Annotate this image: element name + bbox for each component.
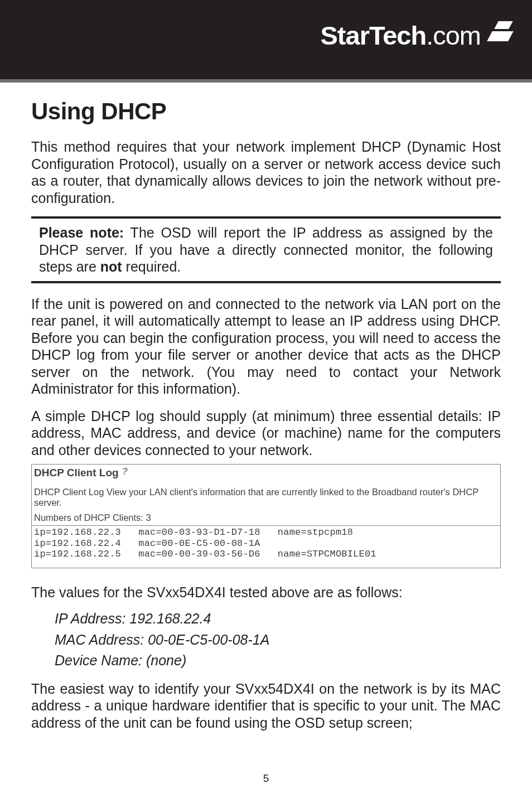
brand-right: .com [426,21,481,50]
help-icon [121,467,130,477]
log-description: DHCP Client Log View your LAN client's i… [32,482,500,511]
note-tail: required. [122,259,181,274]
log-row: ip=192.168.22.5 mac=00-00-39-03-56-D6 na… [34,549,498,560]
brand-logo: StarTech.com [321,22,511,60]
header-divider [0,79,532,83]
log-row: ip=192.168.22.3 mac=00-03-93-D1-D7-18 na… [34,527,498,538]
value-ip: IP Address: 192.168.22.4 [55,608,501,630]
log-row: ip=192.168.22.4 mac=00-0E-C5-00-08-1A [34,538,498,549]
intro-paragraph: This method requires that your network i… [31,138,501,206]
note-strong2: not [100,259,122,274]
paragraph-3: A simple DHCP log should supply (at mini… [31,408,501,459]
value-mac: MAC Address: 00-0E-C5-00-08-1A [55,630,501,651]
header-band: StarTech.com [0,0,532,83]
log-rows: ip=192.168.22.3 mac=00-03-93-D1-D7-18 na… [32,526,500,568]
log-title-row: DHCP Client Log [32,465,500,482]
section-title: Using DHCP [31,98,501,125]
note-lead: Please note: [39,225,124,240]
brand-text: StarTech.com [321,22,481,49]
log-title: DHCP Client Log [34,467,119,479]
paragraph-4: The values for the SVxx54DX4I tested abo… [31,584,501,601]
value-device-name: Device Name: (none) [55,650,501,671]
brand-left: StarTech [321,21,427,50]
example-values: IP Address: 192.168.22.4 MAC Address: 00… [31,608,501,671]
brand-mark-icon [484,21,511,43]
page-content: Using DHCP This method requires that you… [0,83,532,731]
dhcp-log-screenshot: DHCP Client Log DHCP Client Log View you… [31,464,501,568]
page-number: 5 [0,772,532,785]
paragraph-5: The easiest way to identify your SVxx54D… [31,680,501,732]
log-client-count: Numbers of DHCP Clients: 3 [32,511,500,526]
paragraph-2: If the unit is powered on and connected … [31,296,501,398]
note-text: Please note: The OSD will report the IP … [31,224,501,275]
note-box: Please note: The OSD will report the IP … [31,216,501,283]
